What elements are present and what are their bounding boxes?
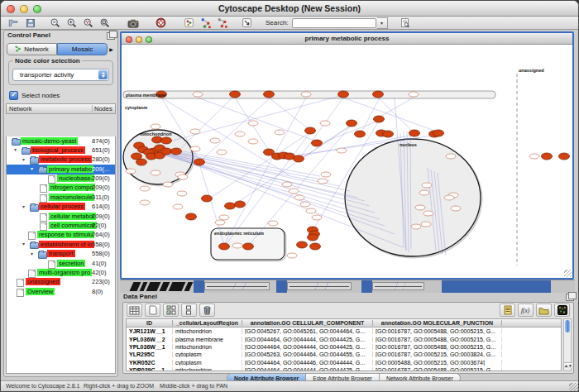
tree-row[interactable]: ▾biological_process651(0): [7, 146, 115, 155]
delete-attribute-icon[interactable]: [199, 304, 215, 317]
expand-arrow-icon[interactable]: ▾: [22, 241, 25, 246]
graph-node-selected[interactable]: [294, 155, 304, 162]
zoom-selected-icon[interactable]: [80, 17, 96, 29]
graph-node-selected[interactable]: [194, 159, 205, 165]
graph-node[interactable]: [320, 121, 330, 126]
annotation-icon[interactable]: [239, 17, 255, 29]
tree-row[interactable]: cellular metabol209(0): [7, 212, 115, 221]
scrollbar-thumb[interactable]: [565, 320, 570, 332]
graph-node-selected[interactable]: [235, 201, 246, 208]
expand-arrow-icon[interactable]: ▾: [31, 251, 33, 256]
tree-row[interactable]: cell communicat22(0): [7, 222, 115, 231]
node-color-dropdown[interactable]: transporter activity: [12, 69, 109, 81]
tree-row-label[interactable]: Overview: [26, 288, 55, 295]
graph-node-selected[interactable]: [409, 130, 420, 136]
zoom-window-button[interactable]: [33, 5, 41, 13]
graph-node-selected[interactable]: [161, 148, 172, 155]
tab-network[interactable]: Network: [7, 43, 57, 55]
graph-node[interactable]: [190, 146, 200, 151]
graph-node-selected[interactable]: [383, 131, 394, 137]
graph-node[interactable]: [300, 202, 310, 207]
tree-row-label[interactable]: multi-organism pro: [37, 269, 92, 276]
tree-row[interactable]: nucleobase-209(0): [7, 174, 115, 184]
graph-node[interactable]: [151, 170, 160, 175]
graph-node-selected[interactable]: [559, 153, 570, 160]
graph-node[interactable]: [444, 195, 454, 200]
tree-row[interactable]: nitrogen compo209(0): [7, 184, 115, 193]
zoom-out-icon[interactable]: [47, 17, 63, 29]
table-row[interactable]: YLR295Ccytoplasm[GO:0045263, GO:0044464,…: [127, 351, 561, 358]
tree-row[interactable]: ▾primary metabo209(...: [7, 165, 115, 174]
graph-node[interactable]: [248, 139, 258, 144]
tree-row-label[interactable]: biological_process: [31, 146, 85, 154]
tree-row-label[interactable]: metabolic process: [39, 155, 92, 163]
snapshot-icon[interactable]: [125, 17, 141, 29]
expand-arrow-icon[interactable]: ▾: [22, 203, 25, 209]
float-panel-icon[interactable]: [107, 32, 115, 40]
tree-row-label[interactable]: cellular metabol: [49, 213, 96, 220]
graph-node[interactable]: [190, 129, 200, 134]
graph-node[interactable]: [529, 154, 539, 159]
graph-node[interactable]: [232, 243, 242, 248]
unified-view-icon[interactable]: [181, 304, 197, 317]
graph-node-selected[interactable]: [186, 213, 197, 220]
graph-node[interactable]: [268, 221, 278, 226]
zoom-fit-icon[interactable]: [97, 17, 112, 29]
graph-node[interactable]: [411, 224, 421, 229]
expand-arrow-icon[interactable]: ▾: [14, 146, 17, 152]
graph-node[interactable]: [419, 190, 429, 195]
network-window-titlebar[interactable]: primary metabolic process: [122, 33, 572, 45]
graph-node[interactable]: [415, 205, 425, 210]
graph-node[interactable]: [151, 124, 160, 129]
import-attributes-icon[interactable]: [536, 304, 552, 317]
graph-node-selected[interactable]: [230, 91, 241, 98]
tree-row[interactable]: ▾establishment of lo558(0): [7, 240, 115, 249]
graph-node[interactable]: [177, 191, 187, 196]
background-windows-strip[interactable]: [120, 280, 575, 293]
network-canvas[interactable]: plasma membranecytoplasmmitochondrionnuc…: [122, 44, 572, 278]
graph-node-selected[interactable]: [347, 120, 357, 127]
net-close-button[interactable]: [126, 36, 132, 43]
graph-node[interactable]: [193, 92, 203, 97]
tree-row-label[interactable]: mosaic-demo-yeast: [21, 137, 78, 145]
graph-node[interactable]: [294, 195, 304, 200]
graph-node-selected[interactable]: [136, 159, 147, 165]
column-header[interactable]: annotation.GO CELLULAR_COMPONENT: [242, 320, 373, 326]
graph-node[interactable]: [287, 253, 297, 258]
tree-row[interactable]: ▾cellular process614(0): [7, 203, 115, 212]
tree-row-label[interactable]: transport: [47, 250, 75, 257]
table-row[interactable]: YDR039C__1mitochondrion[GO:0044464, GO:0…: [127, 366, 561, 371]
scroll-down-icon[interactable]: ▼: [568, 362, 572, 368]
tree-row[interactable]: unassigned223(0): [7, 278, 115, 287]
graph-node[interactable]: [337, 148, 347, 153]
graph-node[interactable]: [210, 138, 220, 143]
graph-node-selected[interactable]: [308, 234, 318, 241]
formula-icon[interactable]: f(x): [518, 304, 534, 317]
tree-row-label[interactable]: cellular process: [39, 203, 85, 210]
graph-node[interactable]: [446, 154, 456, 159]
graph-node[interactable]: [235, 131, 245, 136]
graph-node[interactable]: [275, 130, 285, 135]
search-dropdown-arrow[interactable]: ▾: [377, 17, 388, 29]
graph-node-selected[interactable]: [264, 91, 275, 98]
app-resize-grip[interactable]: [569, 383, 578, 392]
graph-node-selected[interactable]: [171, 148, 182, 155]
tree-row[interactable]: ▾transport558(0): [7, 250, 115, 259]
expand-arrow-icon[interactable]: ▾: [31, 165, 33, 171]
tree-row[interactable]: multi-organism pro42(0): [7, 268, 115, 277]
graph-node-selected[interactable]: [225, 203, 236, 209]
graph-node-selected[interactable]: [355, 131, 366, 137]
open-file-icon[interactable]: [6, 17, 22, 29]
save-icon[interactable]: [22, 17, 38, 29]
tree-row-label[interactable]: nucleobase-: [57, 174, 94, 182]
attribute-matrix-icon[interactable]: [554, 304, 570, 317]
tree-row-label[interactable]: response to stimulu: [37, 231, 94, 238]
column-header[interactable]: ID: [127, 320, 173, 326]
tree-row-label[interactable]: establishment of lo: [39, 241, 94, 248]
graph-node[interactable]: [423, 211, 433, 216]
table-row[interactable]: YJR121W__1mitochondrion[GO:0045267, GO:0…: [127, 327, 561, 335]
graph-node[interactable]: [178, 174, 188, 179]
zoom-in-icon[interactable]: [64, 17, 79, 29]
table-row[interactable]: YKR052Ccytoplasm[GO:0044464, GO:0044446,…: [127, 359, 561, 366]
minimize-button[interactable]: [20, 5, 28, 13]
